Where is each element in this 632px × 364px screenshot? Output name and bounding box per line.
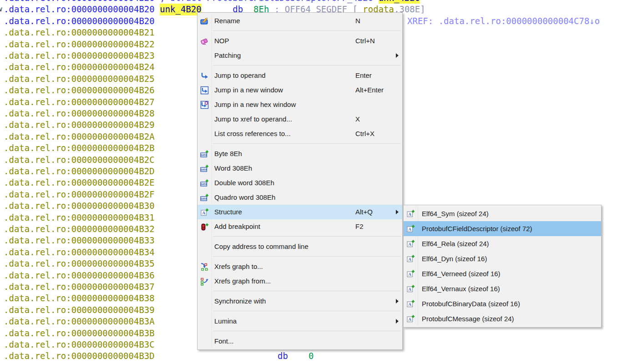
menu-item-copy-address-to-command-line[interactable]: Copy address to command line xyxy=(197,239,402,254)
menu-item-protobufcmessage-sizeof-24[interactable]: AProtobufCMessage (sizeof 24) xyxy=(404,311,601,326)
menu-item-jump-to-operand[interactable]: Jump to operandEnter xyxy=(197,68,402,83)
jump-to-operand-icon xyxy=(200,71,209,80)
menu-item-rename[interactable]: RenameN xyxy=(197,14,402,28)
address: .data.rel.ro:0000000000004B29 xyxy=(4,119,155,131)
menu-separator xyxy=(197,63,402,68)
menu-item-byte-8eh[interactable]: DATAByte 8Eh xyxy=(197,147,402,161)
rename-icon xyxy=(200,16,209,25)
asm-line-db0[interactable]: .data.rel.ro:0000000000004B3Ddb0 xyxy=(0,350,632,362)
submenu-arrow-icon xyxy=(396,299,399,303)
menu-item-label: Elf64_Verneed (sizeof 16) xyxy=(422,266,501,281)
menu-separator xyxy=(197,28,402,34)
svg-text:DATA: DATA xyxy=(200,183,207,186)
operand: 0 xyxy=(308,350,313,362)
menu-item-jump-in-a-new-hex-window[interactable]: Jump in a new hex window xyxy=(197,97,402,112)
data-icon: DATA xyxy=(200,178,209,187)
struct-icon: A xyxy=(406,224,415,233)
address: .data.rel.ro:0000000000004B28 xyxy=(4,108,155,119)
address: .data.rel.ro:0000000000004B20 xyxy=(4,0,155,4)
address: .data.rel.ro:0000000000004B2A xyxy=(4,131,155,142)
menu-item-jump-to-xref-to-operand[interactable]: Jump to xref to operand...X xyxy=(197,112,402,126)
highlighted-name: unk_4B20 xyxy=(160,4,202,15)
context-menu: RenameNNOPCtrl+NPatchingJump to operandE… xyxy=(197,12,403,350)
address: .data.rel.ro:0000000000004B38 xyxy=(4,293,155,304)
menu-item-label: Xrefs graph from... xyxy=(214,274,271,288)
address: .data.rel.ro:0000000000004B31 xyxy=(4,212,155,223)
menu-item-quadro-word-308eh[interactable]: DATAQuadro word 308Eh xyxy=(197,190,402,205)
address: .data.rel.ro:0000000000004B20 xyxy=(4,4,155,15)
menu-item-structure[interactable]: AStructureAlt+Q xyxy=(197,205,402,219)
svg-text:A: A xyxy=(202,211,205,215)
asm-line-struct-comment[interactable]: .data.rel.ro:0000000000004B20; struct Pr… xyxy=(0,0,632,4)
menu-item-elf64-rela-sizeof-24[interactable]: AElf64_Rela (sizeof 24) xyxy=(404,236,601,251)
struct-icon: A xyxy=(406,209,415,218)
menu-item-synchronize-with[interactable]: Synchronize with xyxy=(197,294,402,308)
menu-item-list-cross-references-to[interactable]: List cross references to...Ctrl+X xyxy=(197,126,402,141)
submenu-arrow-icon xyxy=(396,319,399,324)
menu-item-xrefs-graph-from[interactable]: Xrefs graph from... xyxy=(197,274,402,288)
address: .data.rel.ro:0000000000004B3C xyxy=(4,339,155,350)
svg-text:A: A xyxy=(408,302,411,307)
menu-item-label: Jump to operand xyxy=(214,68,266,83)
menu-separator xyxy=(197,141,402,147)
submenu-arrow-icon xyxy=(396,53,399,58)
address: .data.rel.ro:0000000000004B3B xyxy=(4,328,155,339)
menu-item-shortcut: F2 xyxy=(355,219,364,234)
menu-item-label: List cross references to... xyxy=(214,126,291,141)
address: .data.rel.ro:0000000000004B35 xyxy=(4,258,155,269)
address: .data.rel.ro:0000000000004B33 xyxy=(4,235,155,246)
menu-item-elf64-vernaux-sizeof-16[interactable]: AElf64_Vernaux (sizeof 16) xyxy=(404,281,601,296)
xrefs-graph-from-icon xyxy=(200,277,209,286)
address: .data.rel.ro:0000000000004B2F xyxy=(4,189,155,200)
menu-item-font[interactable]: Font... xyxy=(197,334,402,349)
svg-text:A: A xyxy=(408,242,411,247)
menu-item-protobufcfielddescriptor-sizeof-72[interactable]: AProtobufCFieldDescriptor (sizeof 72) xyxy=(404,221,601,236)
menu-item-label: Word 308Eh xyxy=(214,161,252,176)
menu-item-label: Jump in a new window xyxy=(214,83,283,97)
svg-text:A: A xyxy=(408,257,411,262)
address: .data.rel.ro:0000000000004B2E xyxy=(4,177,155,188)
svg-text:DATA: DATA xyxy=(200,154,207,157)
menu-item-protobufcbinarydata-sizeof-16[interactable]: AProtobufCBinaryData (sizeof 16) xyxy=(404,296,601,311)
address: .data.rel.ro:0000000000004B26 xyxy=(4,85,155,96)
menu-item-elf64-verneed-sizeof-16[interactable]: AElf64_Verneed (sizeof 16) xyxy=(404,266,601,281)
menu-item-elf64-dyn-sizeof-16[interactable]: AElf64_Dyn (sizeof 16) xyxy=(404,251,601,266)
menu-item-elf64-sym-sizeof-24[interactable]: AElf64_Sym (sizeof 24) xyxy=(404,206,601,221)
menu-item-shortcut: Ctrl+X xyxy=(355,126,374,141)
menu-item-add-breakpoint[interactable]: Add breakpointF2 xyxy=(197,219,402,234)
menu-item-label: Lumina xyxy=(214,314,237,329)
menu-item-nop[interactable]: NOPCtrl+N xyxy=(197,34,402,48)
address: .data.rel.ro:0000000000004B36 xyxy=(4,270,155,281)
struct-icon: A xyxy=(406,314,415,324)
struct-icon: A xyxy=(406,269,415,278)
struct-icon: A xyxy=(406,299,415,308)
menu-item-label: Elf64_Sym (sizeof 24) xyxy=(422,206,489,221)
address: .data.rel.ro:0000000000004B37 xyxy=(4,281,155,293)
menu-item-double-word-308eh[interactable]: DATADouble word 308Eh xyxy=(197,176,402,190)
menu-item-patching[interactable]: Patching xyxy=(197,48,402,63)
struct-icon: A xyxy=(406,254,415,263)
jump-new-window-icon xyxy=(200,86,209,95)
menu-item-label: Font... xyxy=(214,334,234,349)
svg-text:A: A xyxy=(408,317,411,322)
menu-item-jump-in-a-new-window[interactable]: Jump in a new windowAlt+Enter xyxy=(197,83,402,97)
address: .data.rel.ro:0000000000004B2B xyxy=(4,142,155,154)
address: .data.rel.ro:0000000000004B21 xyxy=(4,27,155,38)
menu-separator xyxy=(197,308,402,314)
address: .data.rel.ro:0000000000004B3A xyxy=(4,316,155,327)
address: .data.rel.ro:0000000000004B22 xyxy=(4,39,155,50)
menu-item-label: Jump in a new hex window xyxy=(214,97,296,112)
highlighted-name: unk_4B20 xyxy=(379,0,420,4)
menu-item-xrefs-graph-to[interactable]: Xrefs graph to... xyxy=(197,259,402,274)
breakpoint-icon xyxy=(200,222,209,231)
struct-icon: A xyxy=(200,207,209,217)
menu-item-label: Patching xyxy=(214,48,241,63)
menu-item-word-308eh[interactable]: DATAWord 308Eh xyxy=(197,161,402,176)
menu-item-lumina[interactable]: Lumina xyxy=(197,314,402,329)
address: .data.rel.ro:0000000000004B2D xyxy=(4,166,155,177)
menu-item-label: ProtobufCBinaryData (sizeof 16) xyxy=(422,296,520,311)
address: .data.rel.ro:0000000000004B25 xyxy=(4,73,155,85)
svg-text:A: A xyxy=(408,212,411,217)
menu-item-label: ProtobufCFieldDescriptor (sizeof 72) xyxy=(422,221,532,236)
menu-item-label: Elf64_Rela (sizeof 24) xyxy=(422,236,489,251)
